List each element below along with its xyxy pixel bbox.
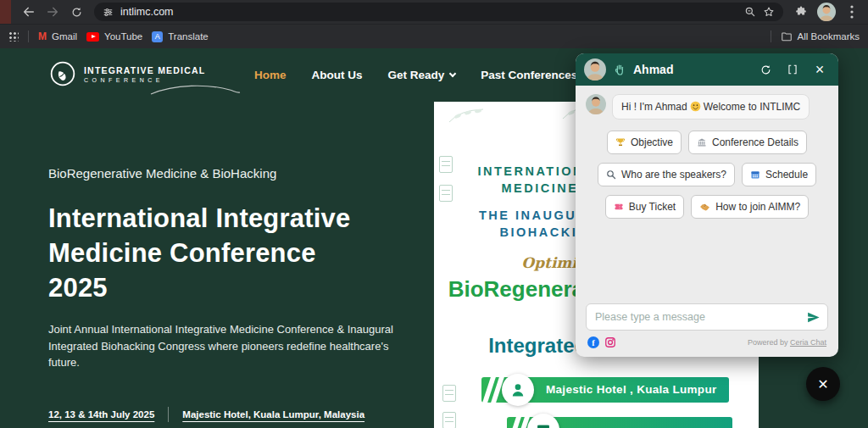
profile-avatar[interactable] bbox=[817, 3, 836, 21]
hero-section: BioRegenerative Medicine & BioHacking In… bbox=[48, 166, 413, 422]
logo-text: INTEGRATIVE MEDICAL CONFERENCE bbox=[84, 65, 205, 83]
sketch-decoration bbox=[442, 412, 456, 428]
chat-body: Hi ! I'm AhmadWelcome to INTLIMC Objecti… bbox=[576, 86, 838, 357]
bookmark-star-icon[interactable] bbox=[763, 6, 775, 18]
divider bbox=[168, 407, 169, 422]
nav-item-past-conferences[interactable]: Past Conferences bbox=[481, 69, 577, 81]
browser-toolbar: intlimc.com bbox=[0, 0, 868, 24]
event-date-link[interactable]: 12, 13 & 14th July 2025 bbox=[48, 409, 154, 420]
trophy-icon bbox=[615, 137, 626, 147]
arrow-right-icon bbox=[46, 5, 59, 19]
close-icon: × bbox=[815, 62, 825, 77]
agent-name: Ahmad bbox=[633, 63, 673, 76]
logo-icon bbox=[49, 60, 76, 87]
chat-header: Ahmad × bbox=[576, 53, 838, 86]
hero-links: 12, 13 & 14th July 2025 Majestic Hotel, … bbox=[48, 407, 413, 422]
close-icon: ✕ bbox=[817, 376, 828, 392]
magnifier-icon bbox=[606, 170, 616, 180]
quick-reply-label: Conference Details bbox=[712, 136, 798, 148]
greeting-text: Hi ! I'm Ahmad bbox=[621, 101, 687, 113]
message-bubble: Hi ! I'm AhmadWelcome to INTLIMC bbox=[612, 94, 810, 120]
instagram-icon[interactable] bbox=[604, 336, 616, 348]
bookmark-label: Gmail bbox=[52, 31, 77, 42]
bookmark-translate[interactable]: A Translate bbox=[152, 31, 209, 42]
chat-close-button[interactable]: × bbox=[810, 59, 830, 80]
calendar-icon bbox=[750, 170, 760, 180]
agent-avatar bbox=[584, 58, 606, 81]
smiley-icon bbox=[690, 101, 701, 112]
bookmark-label: Translate bbox=[168, 31, 209, 42]
site-logo[interactable]: INTEGRATIVE MEDICAL CONFERENCE bbox=[49, 60, 205, 87]
site-info-icon[interactable] bbox=[103, 7, 114, 18]
quick-reply-conference-details[interactable]: Conference Details bbox=[688, 131, 807, 154]
quick-reply-join-aimm[interactable]: How to join AIMM? bbox=[691, 195, 809, 219]
refresh-icon bbox=[760, 64, 772, 76]
bookmark-youtube[interactable]: YouTube bbox=[86, 31, 142, 42]
chat-widget: Ahmad × Hi ! I'm AhmadWelcome to INTLIMC bbox=[576, 53, 838, 357]
apps-grid-icon[interactable] bbox=[8, 31, 19, 42]
chat-toggle-button[interactable]: ✕ bbox=[806, 367, 840, 401]
quick-reply-label: How to join AIMM? bbox=[715, 201, 800, 213]
bookmarks-bar: M Gmail YouTube A Translate All Bookmark… bbox=[0, 24, 868, 48]
nav-item-get-ready[interactable]: Get Ready bbox=[388, 69, 456, 81]
venue-banner: Majestic Hotel , Kuala Lumpur bbox=[481, 377, 729, 403]
forward-button[interactable] bbox=[42, 1, 64, 23]
logo-line1: INTEGRATIVE MEDICAL bbox=[84, 65, 205, 75]
quick-reply-schedule[interactable]: Schedule bbox=[742, 163, 816, 186]
wave-hand-icon bbox=[613, 63, 626, 76]
quick-reply-objective[interactable]: Objective bbox=[607, 131, 682, 154]
send-icon bbox=[806, 310, 821, 325]
leaf-decoration bbox=[448, 107, 485, 124]
quick-reply-buy-ticket[interactable]: Buy Ticket bbox=[605, 195, 684, 219]
url-bar[interactable]: intlimc.com bbox=[94, 3, 783, 21]
chat-message: Hi ! I'm AhmadWelcome to INTLIMC bbox=[586, 94, 828, 120]
title-line: 2025 bbox=[48, 270, 413, 305]
calendar-icon bbox=[527, 414, 559, 428]
chat-footer: f Powered by Ceria Chat bbox=[586, 331, 828, 348]
expand-icon bbox=[787, 64, 798, 75]
page-title: International Integrative Medicine Confe… bbox=[48, 201, 413, 305]
url-text[interactable]: intlimc.com bbox=[120, 6, 737, 18]
ticket-icon bbox=[614, 202, 624, 212]
message-input[interactable] bbox=[595, 311, 801, 323]
bookmark-gmail[interactable]: M Gmail bbox=[38, 31, 77, 42]
extensions-icon[interactable] bbox=[790, 1, 812, 23]
chat-refresh-button[interactable] bbox=[755, 59, 776, 80]
folder-icon bbox=[781, 31, 793, 42]
window-accent bbox=[0, 0, 11, 24]
title-line: International Integrative bbox=[48, 201, 413, 236]
all-bookmarks-button[interactable]: All Bookmarks bbox=[781, 31, 860, 42]
facebook-icon[interactable]: f bbox=[587, 336, 599, 348]
quick-replies: Objective Conference Details Who are the… bbox=[586, 131, 828, 219]
quick-reply-label: Who are the speakers? bbox=[621, 169, 726, 181]
bookmark-label: YouTube bbox=[104, 31, 142, 42]
menu-icon[interactable] bbox=[841, 1, 863, 23]
title-line: Medicine Conference bbox=[48, 236, 413, 270]
ceria-chat-link[interactable]: Ceria Chat bbox=[790, 338, 826, 347]
logo-line2: CONFERENCE bbox=[84, 77, 205, 83]
refresh-button[interactable] bbox=[65, 1, 87, 23]
send-button[interactable] bbox=[806, 310, 821, 325]
person-icon bbox=[502, 374, 534, 406]
event-venue-link[interactable]: Majestic Hotel, Kuala Lumpur, Malaysia bbox=[182, 409, 364, 420]
nav-item-home[interactable]: Home bbox=[254, 69, 287, 81]
nav-item-about-us[interactable]: About Us bbox=[312, 69, 363, 81]
logo-flourish bbox=[149, 81, 242, 99]
arrow-left-icon bbox=[22, 5, 36, 19]
browser-window: intlimc.com M Gmail YouTube bbox=[0, 0, 868, 428]
divider bbox=[28, 31, 29, 42]
hero-description: Joint Annual International Integrative M… bbox=[48, 321, 394, 371]
all-bookmarks-label: All Bookmarks bbox=[798, 31, 860, 42]
handshake-icon bbox=[699, 202, 710, 213]
chevron-down-icon bbox=[449, 69, 456, 76]
chat-expand-button[interactable] bbox=[782, 59, 803, 80]
back-button[interactable] bbox=[18, 1, 40, 23]
youtube-icon bbox=[86, 32, 99, 42]
venue-banner-text: Majestic Hotel , Kuala Lumpur bbox=[546, 377, 716, 403]
refresh-icon bbox=[70, 6, 83, 19]
nav-label: Get Ready bbox=[388, 69, 445, 81]
gmail-icon: M bbox=[38, 31, 47, 42]
quick-reply-speakers[interactable]: Who are the speakers? bbox=[598, 163, 735, 186]
zoom-icon[interactable] bbox=[744, 6, 756, 18]
building-icon bbox=[697, 137, 707, 147]
